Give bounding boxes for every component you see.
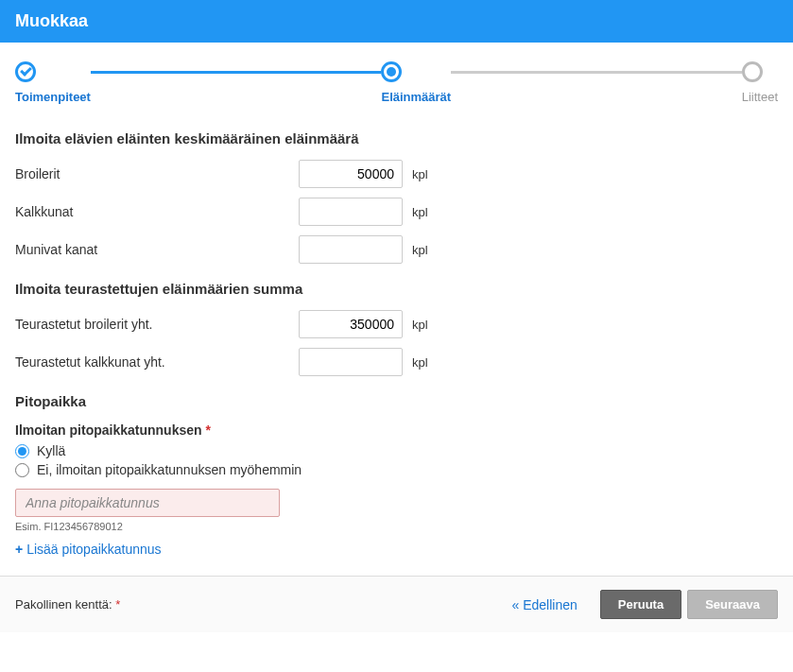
step-elainmaarat[interactable]: Eläinmäärät (381, 61, 451, 104)
unit-label: kpl (412, 243, 428, 257)
cancel-button[interactable]: Peruuta (600, 590, 681, 619)
pitopaikkatunnus-hint: Esim. FI123456789012 (15, 521, 778, 532)
add-pitopaikkatunnus-link[interactable]: + Lisää pitopaikkatunnus (15, 542, 162, 557)
row-munivat-kanat: Munivat kanat kpl (15, 235, 778, 264)
teurastetut-kalkkunat-input[interactable] (299, 348, 403, 376)
radio-no[interactable] (15, 463, 29, 477)
plus-icon: + (15, 542, 23, 557)
previous-link[interactable]: « Edellinen (511, 597, 577, 612)
unit-label: kpl (412, 355, 428, 370)
radio-yes-label: Kyllä (37, 443, 65, 458)
row-teurastetut-kalkkunat: Teurastetut kalkkunat yht. kpl (15, 348, 778, 376)
add-link-label: Lisää pitopaikkatunnus (26, 542, 161, 557)
broilerit-input[interactable] (299, 160, 403, 188)
field-label: Teurastetut kalkkunat yht. (15, 354, 299, 370)
row-broilerit: Broilerit kpl (15, 160, 778, 188)
munivat-kanat-input[interactable] (299, 235, 403, 264)
teurastetut-broilerit-input[interactable] (299, 310, 403, 338)
field-label: Munivat kanat (15, 242, 299, 257)
unit-label: kpl (412, 167, 428, 181)
pitopaikkatunnus-input[interactable] (15, 489, 280, 517)
field-label: Kalkkunat (15, 204, 299, 219)
check-icon (15, 61, 36, 82)
row-teurastetut-broilerit: Teurastetut broilerit yht. kpl (15, 310, 778, 338)
step-label: Toimenpiteet (15, 90, 91, 104)
required-legend: Pakollinen kenttä: * (15, 597, 511, 612)
pitopaikka-radio-group: Kyllä Ei, ilmoitan pitopaikkatunnuksen m… (15, 443, 778, 477)
stepper: Toimenpiteet Eläinmäärät Liitteet (15, 61, 778, 104)
step-liitteet[interactable]: Liitteet (742, 61, 778, 104)
section-living-title: Ilmoita elävien eläinten keskimääräinen … (15, 130, 778, 146)
chevron-left-icon: « (511, 597, 519, 612)
step-label: Eläinmäärät (381, 90, 451, 104)
pitopaikka-question: Ilmoitan pitopaikkatunnuksen * (15, 422, 778, 438)
next-button[interactable]: Seuraava (687, 590, 778, 619)
circle-icon (742, 61, 763, 82)
field-label: Teurastetut broilerit yht. (15, 317, 299, 332)
radio-no-row[interactable]: Ei, ilmoitan pitopaikkatunnuksen myöhemm… (15, 462, 778, 477)
step-toimenpiteet[interactable]: Toimenpiteet (15, 61, 91, 104)
radio-no-label: Ei, ilmoitan pitopaikkatunnuksen myöhemm… (37, 462, 302, 477)
section-pitopaikka-title: Pitopaikka (15, 393, 778, 409)
step-label: Liitteet (742, 90, 778, 104)
required-marker: * (205, 422, 210, 438)
unit-label: kpl (412, 318, 428, 332)
step-connector (91, 71, 382, 74)
section-slaughtered-title: Ilmoita teurastettujen eläinmäärien summ… (15, 281, 778, 297)
step-connector (451, 71, 742, 74)
row-kalkkunat: Kalkkunat kpl (15, 198, 778, 226)
dialog-header: Muokkaa (0, 0, 793, 43)
radio-yes[interactable] (15, 444, 29, 458)
previous-label: Edellinen (523, 597, 578, 612)
required-marker: * (115, 597, 120, 612)
kalkkunat-input[interactable] (299, 198, 403, 226)
dot-icon (381, 61, 402, 82)
radio-yes-row[interactable]: Kyllä (15, 443, 778, 458)
unit-label: kpl (412, 205, 428, 219)
dialog-title: Muokkaa (15, 11, 88, 30)
field-label: Broilerit (15, 166, 299, 181)
dialog-footer: Pakollinen kenttä: * « Edellinen Peruuta… (0, 576, 793, 632)
